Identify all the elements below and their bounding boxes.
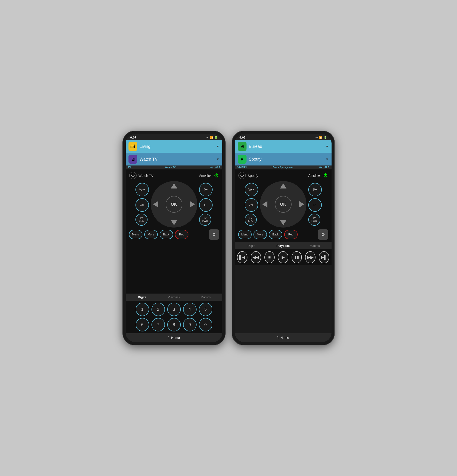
p-plus-button-2[interactable]: P+ (308, 183, 322, 196)
dpad-2: OK (260, 181, 306, 228)
room-dropdown-arrow-1[interactable]: ▼ (216, 144, 220, 148)
app-content-2: 🖥 Bureau ▼ ● Spotify ▼ SPOTIFY Bruce Spr… (235, 140, 331, 342)
action-row-2: Menu More Back Rec ⚙ (237, 230, 329, 240)
digit-row-1a: 1 2 3 4 5 (128, 303, 220, 316)
tv-src-button-2[interactable]: TVSRC (245, 214, 257, 226)
source-label-1: TV (128, 166, 131, 169)
tv-src-button-1[interactable]: TVSRC (135, 214, 148, 226)
action-btns-group-2: Menu More Back Rec (238, 230, 298, 239)
dpad-up-1[interactable] (171, 183, 177, 188)
rec-button-1[interactable]: Rec (175, 230, 188, 239)
digit-9-button[interactable]: 9 (183, 318, 196, 332)
more-button-2[interactable]: More (254, 230, 267, 239)
left-buttons-2: Vol+ Vol- TVSRC (245, 183, 258, 226)
amp-power-icon-1[interactable]: ⏻ (214, 173, 219, 178)
back-button-2[interactable]: Back (269, 230, 282, 239)
digit-5-button[interactable]: 5 (199, 303, 212, 316)
tv-pwr-button-1[interactable]: TVPWR (199, 214, 211, 226)
tab-macros-1[interactable]: Macros (190, 294, 221, 301)
dpad-right-2[interactable] (299, 201, 304, 208)
stop-button[interactable]: ■ (264, 251, 275, 263)
playback-pad-2: ▌◀ ◀◀ ■ ▶ ▮▮ ▶▶ ▶▌ (235, 249, 331, 265)
phone-2: 9:05 ···· 📶 🔋 🖥 Bureau ▼ ● Spotify ▼ (232, 131, 334, 345)
more-button-1[interactable]: More (144, 230, 158, 239)
back-button-1[interactable]: Back (160, 230, 173, 239)
power-button-2[interactable]: ⏻ (238, 172, 246, 179)
dpad-up-2[interactable] (280, 183, 287, 188)
menu-button-1[interactable]: Menu (129, 230, 143, 239)
gear-button-2[interactable]: ⚙ (318, 230, 328, 240)
pause-button[interactable]: ▮▮ (292, 251, 302, 263)
digit-2-button[interactable]: 2 (152, 303, 165, 316)
dpad-left-2[interactable] (262, 201, 267, 208)
amplifier-row-2: Amplifier ⏻ (308, 173, 328, 178)
dpad-down-1[interactable] (171, 220, 177, 225)
vol-plus-button-2[interactable]: Vol+ (245, 183, 258, 196)
tab-macros-2[interactable]: Macros (299, 242, 331, 249)
digit-3-button[interactable]: 3 (167, 303, 181, 316)
phone-1-screen: 9:07 ···· 📶 🔋 🛋 Living ▼ 🖥 Watch TV ▼ (126, 134, 222, 342)
tab-digits-2[interactable]: Digits (236, 242, 267, 249)
power-button-1[interactable]: ⏻ (129, 172, 137, 179)
tab-playback-1[interactable]: Playback (158, 294, 190, 301)
dpad-container-2: Vol+ Vol- TVSRC (237, 181, 329, 228)
ok-button-2[interactable]: OK (275, 196, 292, 213)
rewind-button[interactable]: ◀◀ (251, 251, 261, 263)
activity-dropdown-arrow-1[interactable]: ▼ (216, 157, 220, 161)
tab-digits-1[interactable]: Digits (127, 294, 158, 301)
vol-minus-button-1[interactable]: Vol- (135, 198, 149, 212)
p-minus-button-1[interactable]: P- (199, 198, 212, 212)
tab-playback-2[interactable]: Playback (267, 242, 299, 249)
info-bar-1: TV Watch TV Vol: -80.5 (126, 165, 222, 170)
phone-2-screen: 9:05 ···· 📶 🔋 🖥 Bureau ▼ ● Spotify ▼ (235, 134, 331, 342)
digit-row-1b: 6 7 8 9 0 (128, 318, 220, 332)
dpad-right-1[interactable] (190, 201, 195, 208)
digit-7-button[interactable]: 7 (152, 318, 165, 332)
activity-icon-2: ● (238, 155, 246, 164)
vol-plus-button-1[interactable]: Vol+ (135, 183, 149, 196)
flex-spacer-2 (235, 265, 331, 333)
power-label-2: Spotify (248, 174, 258, 178)
room-icon-1: 🛋 (128, 142, 137, 151)
home-label-2: Home (280, 336, 289, 340)
gear-button-1[interactable]: ⚙ (209, 230, 219, 240)
digit-1-button[interactable]: 1 (136, 303, 149, 316)
phone-1: 9:07 ···· 📶 🔋 🛋 Living ▼ 🖥 Watch TV ▼ (123, 131, 225, 345)
dpad-left-1[interactable] (153, 201, 158, 208)
activity-selector-2[interactable]: ● Spotify ▼ (235, 153, 331, 165)
tab-bar-2: Digits Playback Macros (235, 242, 331, 249)
digit-4-button[interactable]: 4 (183, 303, 196, 316)
digit-6-button[interactable]: 6 (136, 318, 149, 332)
rec-button-2[interactable]: Rec (284, 230, 298, 239)
home-bar-1[interactable]:  Home (126, 333, 222, 342)
home-bar-2[interactable]:  Home (235, 333, 331, 342)
vol-minus-button-2[interactable]: Vol- (245, 198, 258, 212)
menu-button-2[interactable]: Menu (238, 230, 252, 239)
digit-8-button[interactable]: 8 (167, 318, 181, 332)
p-minus-button-2[interactable]: P- (308, 198, 322, 212)
activity-selector-1[interactable]: 🖥 Watch TV ▼ (126, 153, 222, 165)
app-content-1: 🛋 Living ▼ 🖥 Watch TV ▼ TV Watch TV Vol:… (126, 140, 222, 342)
room-dropdown-arrow-2[interactable]: ▼ (325, 144, 329, 148)
amp-power-icon-2[interactable]: ⏻ (323, 173, 328, 178)
status-icons-2: ···· 📶 🔋 (315, 136, 327, 139)
fast-forward-button[interactable]: ▶▶ (305, 251, 315, 263)
tv-pwr-button-2[interactable]: TVPWR (308, 214, 320, 226)
signal-icon-1: ···· (206, 136, 208, 139)
room-selector-1[interactable]: 🛋 Living ▼ (126, 140, 222, 153)
next-track-button[interactable]: ▶▌ (319, 251, 329, 263)
activity-dropdown-arrow-2[interactable]: ▼ (325, 157, 329, 161)
remote-area-1: ⏻ Watch TV Amplifier ⏻ Vol+ Vol- TVSRC (126, 170, 222, 294)
p-plus-button-1[interactable]: P+ (199, 183, 212, 196)
ok-button-1[interactable]: OK (166, 196, 182, 213)
dpad-down-2[interactable] (280, 220, 287, 225)
activity-info-2: Bruce Springsteen (273, 166, 293, 169)
source-label-2: SPOTIFY (237, 166, 247, 169)
room-selector-2[interactable]: 🖥 Bureau ▼ (235, 140, 331, 153)
digit-0-button[interactable]: 0 (199, 318, 212, 332)
activity-icon-1: 🖥 (128, 155, 137, 164)
dpad-container-1: Vol+ Vol- TVSRC (128, 181, 220, 228)
prev-track-button[interactable]: ▌◀ (237, 251, 247, 263)
play-button[interactable]: ▶ (278, 251, 288, 263)
status-icons-1: ···· 📶 🔋 (206, 136, 218, 139)
